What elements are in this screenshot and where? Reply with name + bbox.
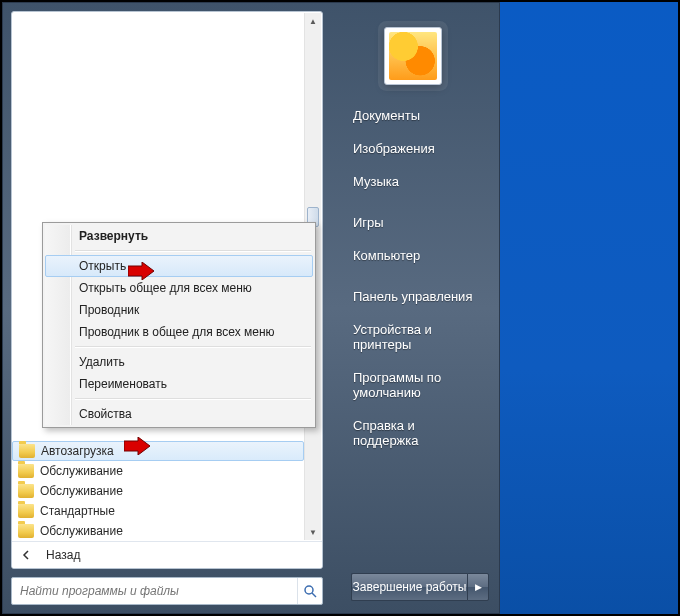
folders-list: АвтозагрузкаОбслуживаниеОбслуживаниеСтан… <box>12 441 304 541</box>
folder-item[interactable]: Обслуживание <box>12 481 304 501</box>
triangle-right-icon: ▶ <box>475 582 482 592</box>
folder-label: Обслуживание <box>40 524 123 538</box>
folder-icon <box>18 464 34 478</box>
shutdown-options-button[interactable]: ▶ <box>467 573 489 601</box>
folder-item[interactable]: Обслуживание <box>12 461 304 481</box>
spacer <box>351 272 483 280</box>
annotation-arrow-open <box>128 262 154 280</box>
back-button[interactable]: Назад <box>12 541 322 568</box>
context-menu-item[interactable]: Переименовать <box>45 373 313 395</box>
context-menu-separator <box>75 398 311 400</box>
right-pane-link[interactable]: Справка и поддержка <box>351 409 483 457</box>
back-arrow-icon <box>22 550 32 560</box>
scroll-down-arrow-icon[interactable]: ▼ <box>305 524 321 540</box>
folder-icon <box>18 504 34 518</box>
folder-label: Обслуживание <box>40 464 123 478</box>
search-icon[interactable] <box>297 578 322 604</box>
folder-item[interactable]: Обслуживание <box>12 521 304 541</box>
context-menu-item[interactable]: Проводник в общее для всех меню <box>45 321 313 343</box>
start-menu-right-pane: ДокументыИзображенияМузыкаИгрыКомпьютерП… <box>327 3 499 613</box>
shutdown-label: Завершение работы <box>353 580 467 594</box>
user-avatar[interactable] <box>384 27 442 85</box>
shutdown-row: Завершение работы ▶ <box>351 573 489 601</box>
svg-point-0 <box>305 586 313 594</box>
context-menu: РазвернутьОткрытьОткрыть общее для всех … <box>42 222 316 428</box>
right-pane-link[interactable]: Изображения <box>351 132 483 165</box>
folder-item[interactable]: Стандартные <box>12 501 304 521</box>
context-menu-item[interactable]: Развернуть <box>45 225 313 247</box>
right-pane-links: ДокументыИзображенияМузыкаИгрыКомпьютерП… <box>327 99 499 457</box>
folder-item[interactable]: Автозагрузка <box>12 441 304 461</box>
right-pane-link[interactable]: Игры <box>351 206 483 239</box>
shutdown-button[interactable]: Завершение работы <box>351 573 467 601</box>
flower-icon <box>389 32 437 80</box>
right-pane-link[interactable]: Документы <box>351 99 483 132</box>
right-pane-link[interactable]: Устройства и принтеры <box>351 313 483 361</box>
folder-label: Обслуживание <box>40 484 123 498</box>
context-menu-separator <box>75 346 311 348</box>
folder-icon <box>18 484 34 498</box>
folder-label: Стандартные <box>40 504 115 518</box>
search-box[interactable] <box>11 577 323 605</box>
context-menu-item[interactable]: Удалить <box>45 351 313 373</box>
desktop: ▲ ▼ АвтозагрузкаОбслуживаниеОбслуживание… <box>0 0 680 616</box>
context-menu-item[interactable]: Открыть общее для всех меню <box>45 277 313 299</box>
context-menu-item[interactable]: Открыть <box>45 255 313 277</box>
folder-icon <box>19 444 35 458</box>
folder-label: Автозагрузка <box>41 444 114 458</box>
right-pane-link[interactable]: Панель управления <box>351 280 483 313</box>
scroll-up-arrow-icon[interactable]: ▲ <box>305 13 321 29</box>
svg-line-1 <box>312 593 316 597</box>
search-input[interactable] <box>12 584 297 598</box>
folder-icon <box>18 524 34 538</box>
right-pane-link[interactable]: Музыка <box>351 165 483 198</box>
right-pane-link[interactable]: Программы по умолчанию <box>351 361 483 409</box>
search-row <box>11 577 323 605</box>
context-menu-item[interactable]: Свойства <box>45 403 313 425</box>
spacer <box>351 198 483 206</box>
context-menu-separator <box>75 250 311 252</box>
context-menu-item[interactable]: Проводник <box>45 299 313 321</box>
back-label: Назад <box>46 548 80 562</box>
right-pane-link[interactable]: Компьютер <box>351 239 483 272</box>
annotation-arrow-autostart <box>124 437 150 455</box>
